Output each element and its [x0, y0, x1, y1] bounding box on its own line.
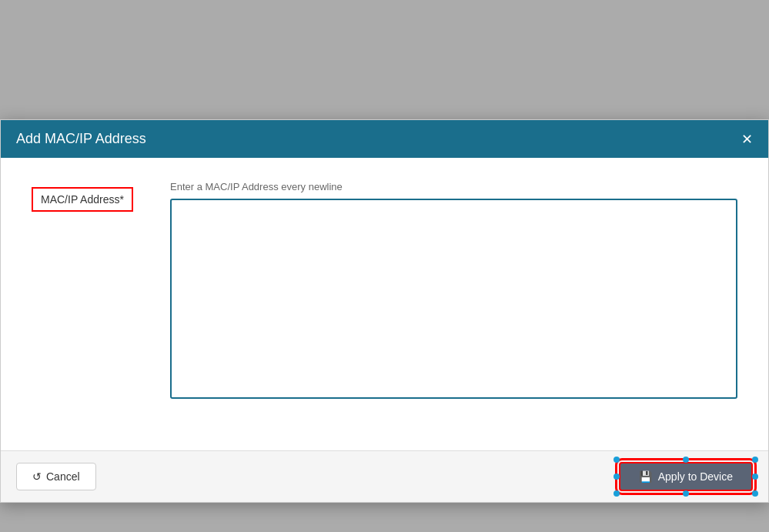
undo-icon: ↺	[32, 470, 42, 483]
mac-ip-field-label: MAC/IP Address*	[32, 187, 133, 212]
cancel-button[interactable]: ↺ Cancel	[16, 463, 96, 490]
corner-dot-mr	[752, 473, 758, 480]
corner-dot-tl	[614, 457, 620, 463]
field-label-container: MAC/IP Address*	[32, 181, 155, 212]
field-input-container: Enter a MAC/IP Address every newline	[170, 181, 737, 399]
apply-label: Apply to Device	[658, 470, 733, 483]
add-mac-ip-modal: Add MAC/IP Address ✕ MAC/IP Address* Ent…	[0, 119, 769, 503]
apply-button-wrapper: 💾 Apply to Device	[619, 462, 753, 491]
corner-dot-ml	[614, 473, 620, 480]
modal-title: Add MAC/IP Address	[16, 131, 146, 147]
modal-footer: ↺ Cancel 💾 Apply to Device	[1, 450, 768, 502]
corner-dot-tm	[683, 457, 689, 463]
modal-header: Add MAC/IP Address ✕	[1, 120, 768, 158]
modal-body: MAC/IP Address* Enter a MAC/IP Address e…	[1, 158, 768, 450]
modal-close-button[interactable]: ✕	[741, 132, 753, 146]
corner-dot-bm	[683, 490, 689, 497]
field-hint: Enter a MAC/IP Address every newline	[170, 181, 737, 192]
floppy-icon: 💾	[639, 470, 652, 483]
mac-ip-textarea[interactable]	[170, 199, 737, 399]
corner-dot-br	[752, 490, 758, 497]
corner-dot-tr	[752, 457, 758, 463]
apply-to-device-button[interactable]: 💾 Apply to Device	[619, 462, 753, 491]
cancel-label: Cancel	[46, 470, 80, 483]
corner-dot-bl	[614, 490, 620, 497]
